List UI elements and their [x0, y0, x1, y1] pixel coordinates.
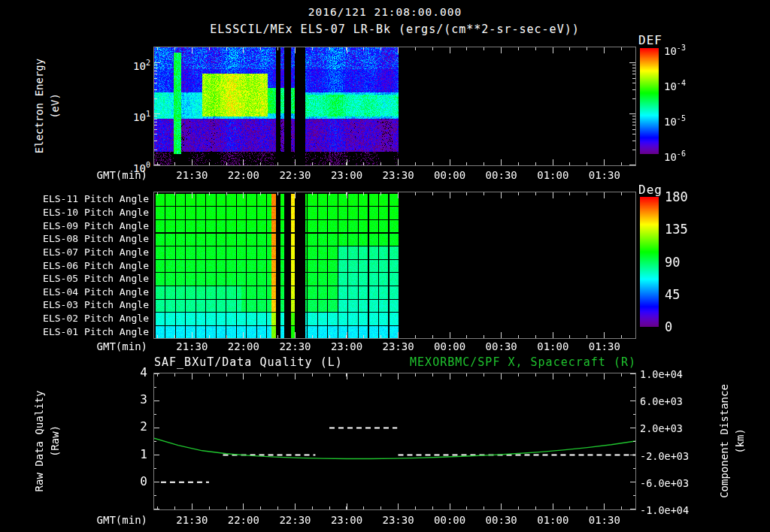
- axis-tick: [295, 159, 296, 165]
- axis-tick: [154, 83, 157, 83]
- quality-axis-title: Raw Data Quality (Raw): [32, 391, 63, 492]
- axis-tick: [415, 192, 416, 195]
- axis-tick: [209, 335, 210, 338]
- axis-tick: [380, 373, 381, 376]
- axis-tick: [312, 162, 313, 165]
- quality-axis-title-line1: Raw Data Quality: [32, 391, 47, 492]
- distance-axis-title-line2: (km): [732, 384, 748, 498]
- axis-tick: [629, 113, 635, 114]
- axis-tick: [632, 122, 635, 122]
- axis-tick: [466, 506, 467, 509]
- def-cbar-tick-label: 10-4: [664, 77, 686, 93]
- pitch-row-label: ELS-02 Pitch Angle: [41, 313, 149, 324]
- axis-tick: [154, 89, 157, 90]
- axis-tick: [432, 506, 433, 509]
- axis-tick: [632, 78, 635, 79]
- axis-tick: [518, 47, 519, 50]
- axis-tick: [466, 373, 467, 376]
- axis-tick: [630, 373, 635, 374]
- axis-tick: [174, 47, 175, 50]
- axis-tick: [363, 162, 364, 165]
- axis-tick: [277, 47, 278, 50]
- axis-tick: [157, 335, 158, 338]
- axis-tick: [226, 192, 227, 195]
- axis-tick: [632, 150, 635, 150]
- axis-tick: [154, 122, 157, 122]
- axis-tick: [380, 47, 381, 50]
- energy-spectrogram-panel: [153, 47, 636, 166]
- axis-tick: [553, 47, 553, 53]
- axis-tick: [154, 509, 159, 509]
- axis-tick: [329, 373, 330, 376]
- axis-tick: [415, 162, 416, 165]
- axis-tick: [604, 332, 605, 338]
- axis-tick: [501, 332, 502, 338]
- deg-cbar-tick-label: 45: [665, 287, 680, 302]
- axis-tick: [154, 78, 157, 79]
- axis-tick: [398, 503, 399, 509]
- axis-tick: [154, 71, 157, 71]
- axis-tick: [466, 192, 467, 195]
- axis-tick: [450, 503, 450, 509]
- axis-tick: [329, 47, 330, 50]
- axis-tick: [226, 162, 227, 165]
- pitch-row-label: ELS-11 Pitch Angle: [41, 193, 149, 204]
- axis-tick: [484, 506, 484, 509]
- axis-tick: [518, 192, 519, 195]
- axis-tick: [569, 47, 570, 50]
- deg-cbar-tick-label: 135: [665, 222, 688, 237]
- axis-tick: [633, 441, 635, 442]
- axis-tick: [243, 503, 244, 509]
- axis-tick: [154, 401, 159, 401]
- axis-tick: [295, 373, 296, 379]
- axis-tick: [466, 162, 467, 165]
- axis-tick: [621, 506, 622, 509]
- axis-tick: [243, 47, 244, 53]
- axis-tick: [553, 503, 553, 509]
- axis-tick: [501, 47, 502, 53]
- axis-tick: [587, 47, 587, 50]
- axis-tick: [632, 141, 635, 141]
- time-axis-row-2: GMT(min) 21:3022:0022:3023:0023:3000:000…: [0, 340, 770, 354]
- axis-tick: [277, 373, 278, 376]
- def-colorbar-label: DEF: [638, 33, 662, 47]
- axis-tick: [243, 159, 244, 165]
- axis-tick: [587, 335, 587, 338]
- axis-tick: [501, 503, 502, 509]
- axis-tick: [154, 414, 156, 415]
- axis-tick: [154, 495, 156, 496]
- axis-tick: [535, 373, 536, 376]
- axis-tick: [535, 192, 536, 195]
- axis-tick: [312, 373, 313, 376]
- axis-tick: [260, 335, 261, 338]
- axis-tick: [621, 47, 622, 50]
- quality-title-right: MEXORBMC/SPF X, Spacecraft (R): [410, 355, 636, 369]
- axis-tick: [347, 332, 347, 338]
- axis-tick: [192, 192, 192, 198]
- energy-axis-title-line1: Electron Energy: [32, 59, 47, 153]
- axis-tick: [632, 71, 635, 71]
- quality-ytick-label: 4: [113, 366, 147, 379]
- axis-tick: [450, 332, 450, 338]
- axis-tick: [432, 47, 433, 50]
- axis-tick: [154, 74, 157, 74]
- axis-tick: [260, 373, 261, 376]
- axis-tick: [604, 373, 605, 379]
- axis-tick: [398, 159, 399, 165]
- axis-tick: [347, 373, 347, 379]
- axis-tick: [380, 335, 381, 338]
- axis-tick: [587, 506, 587, 509]
- axis-tick: [277, 192, 278, 195]
- axis-tick: [347, 47, 347, 53]
- axis-tick: [432, 162, 433, 165]
- axis-tick: [329, 162, 330, 165]
- axis-tick: [630, 509, 635, 509]
- axis-tick: [621, 335, 622, 338]
- time-tick-label: 01:30: [574, 169, 635, 181]
- distance-axis-title: Component Distance (km): [717, 384, 748, 498]
- quality-distance-panel: [153, 373, 636, 510]
- axis-tick: [154, 482, 159, 482]
- axis-tick: [604, 159, 605, 165]
- axis-tick: [347, 192, 347, 198]
- axis-tick: [632, 129, 635, 130]
